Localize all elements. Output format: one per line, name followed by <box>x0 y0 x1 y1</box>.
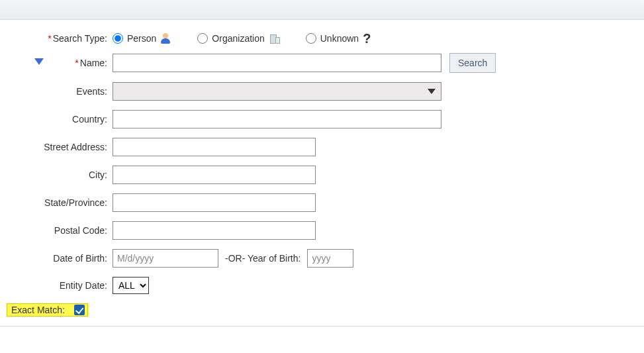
required-marker: * <box>48 33 51 44</box>
required-marker: * <box>75 58 78 68</box>
label-search-type: *Search Type: <box>7 33 113 44</box>
expand-icon[interactable] <box>34 58 44 65</box>
label-country: Country: <box>7 114 113 125</box>
state-input[interactable] <box>113 193 316 212</box>
label-name-text: Name: <box>80 58 107 68</box>
label-postal: Postal Code: <box>7 225 113 236</box>
row-street: Street Address: <box>7 138 637 156</box>
label-exact-match: Exact Match: <box>7 305 70 315</box>
radio-person-input[interactable] <box>113 33 123 44</box>
or-year-label: -OR- Year of Birth: <box>225 253 300 264</box>
street-input[interactable] <box>113 138 316 156</box>
label-entity-date: Entity Date: <box>7 280 113 291</box>
label-street: Street Address: <box>7 142 113 152</box>
radio-person[interactable]: Person <box>113 33 171 44</box>
question-icon: ? <box>363 33 371 44</box>
row-exact-match: Exact Match: <box>7 303 637 317</box>
search-form: *Search Type: Person Organization Unknow… <box>0 20 644 327</box>
yob-input[interactable] <box>307 249 353 268</box>
entity-date-select[interactable]: ALL <box>113 277 149 294</box>
row-dob: Date of Birth: -OR- Year of Birth: <box>7 249 637 268</box>
label-search-type-text: Search Type: <box>53 33 107 44</box>
row-city: City: <box>7 166 637 184</box>
top-bar <box>0 0 644 20</box>
search-button[interactable]: Search <box>449 53 496 73</box>
chevron-down-icon <box>428 89 436 94</box>
row-state: State/Province: <box>7 193 637 212</box>
row-search-type: *Search Type: Person Organization Unknow… <box>7 33 637 44</box>
row-events: Events: <box>7 82 637 101</box>
person-icon <box>160 33 171 44</box>
country-input[interactable] <box>113 110 441 128</box>
row-postal: Postal Code: <box>7 221 637 240</box>
exact-match-highlight: Exact Match: <box>7 303 88 317</box>
organization-icon <box>269 33 279 44</box>
label-city: City: <box>7 170 113 180</box>
row-entity-date: Entity Date: ALL <box>7 277 637 294</box>
radio-person-label: Person <box>127 33 156 44</box>
name-input[interactable] <box>113 54 441 72</box>
radio-organization[interactable]: Organization <box>197 33 279 44</box>
radio-unknown[interactable]: Unknown ? <box>306 33 371 44</box>
radio-unknown-input[interactable] <box>306 33 316 44</box>
label-events: Events: <box>7 86 113 97</box>
exact-match-checkbox[interactable] <box>74 305 85 315</box>
dob-input[interactable] <box>113 249 218 268</box>
label-name: *Name: <box>7 58 113 68</box>
radio-unknown-label: Unknown <box>320 33 359 44</box>
label-dob: Date of Birth: <box>7 253 113 264</box>
radio-organization-label: Organization <box>212 33 264 44</box>
city-input[interactable] <box>113 166 316 184</box>
radio-organization-input[interactable] <box>197 33 208 44</box>
row-name: *Name: Search <box>7 53 637 73</box>
label-state: State/Province: <box>7 197 113 208</box>
events-select[interactable] <box>113 82 441 101</box>
search-type-radio-group: Person Organization Unknown ? <box>113 33 371 44</box>
row-country: Country: <box>7 110 637 128</box>
postal-input[interactable] <box>113 221 316 240</box>
